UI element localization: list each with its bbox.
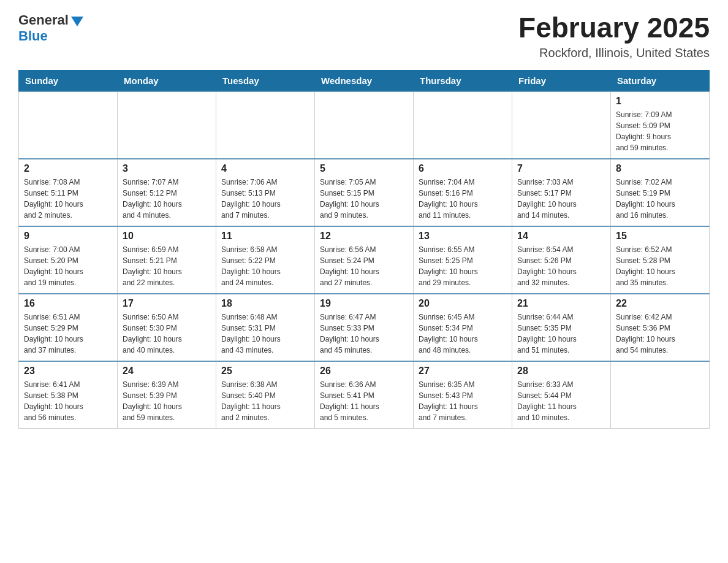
- week-row-3: 9Sunrise: 7:00 AM Sunset: 5:20 PM Daylig…: [19, 226, 710, 294]
- day-info: Sunrise: 6:48 AM Sunset: 5:31 PM Dayligh…: [221, 312, 309, 356]
- title-block: February 2025 Rockford, Illinois, United…: [518, 12, 710, 60]
- header-cell-thursday: Thursday: [414, 70, 512, 91]
- day-number: 17: [123, 298, 211, 309]
- day-info: Sunrise: 7:03 AM Sunset: 5:17 PM Dayligh…: [517, 177, 605, 221]
- day-info: Sunrise: 6:52 AM Sunset: 5:28 PM Dayligh…: [616, 244, 704, 288]
- calendar-cell: 23Sunrise: 6:41 AM Sunset: 5:38 PM Dayli…: [19, 361, 118, 429]
- day-number: 22: [616, 298, 704, 309]
- day-number: 18: [221, 298, 309, 309]
- header-row: SundayMondayTuesdayWednesdayThursdayFrid…: [19, 70, 710, 91]
- calendar-cell: 22Sunrise: 6:42 AM Sunset: 5:36 PM Dayli…: [611, 294, 710, 361]
- day-info: Sunrise: 6:58 AM Sunset: 5:22 PM Dayligh…: [221, 244, 309, 288]
- calendar-cell: 13Sunrise: 6:55 AM Sunset: 5:25 PM Dayli…: [414, 226, 512, 294]
- calendar-cell: 17Sunrise: 6:50 AM Sunset: 5:30 PM Dayli…: [118, 294, 216, 361]
- logo-general-text: General: [18, 12, 69, 28]
- day-number: 23: [24, 366, 112, 377]
- day-info: Sunrise: 6:50 AM Sunset: 5:30 PM Dayligh…: [123, 312, 211, 356]
- day-number: 28: [517, 366, 605, 377]
- day-number: 26: [320, 366, 408, 377]
- calendar-cell: 1Sunrise: 7:09 AM Sunset: 5:09 PM Daylig…: [611, 91, 710, 159]
- calendar-cell: [118, 91, 216, 159]
- day-number: 7: [517, 163, 605, 174]
- day-info: Sunrise: 6:39 AM Sunset: 5:39 PM Dayligh…: [123, 379, 211, 423]
- day-info: Sunrise: 6:56 AM Sunset: 5:24 PM Dayligh…: [320, 244, 408, 288]
- day-info: Sunrise: 6:42 AM Sunset: 5:36 PM Dayligh…: [616, 312, 704, 356]
- calendar-cell: 25Sunrise: 6:38 AM Sunset: 5:40 PM Dayli…: [216, 361, 315, 429]
- day-number: 2: [24, 163, 112, 174]
- calendar-cell: 2Sunrise: 7:08 AM Sunset: 5:11 PM Daylig…: [19, 159, 118, 226]
- day-number: 5: [320, 163, 408, 174]
- day-number: 3: [123, 163, 211, 174]
- day-number: 6: [419, 163, 507, 174]
- calendar-cell: 26Sunrise: 6:36 AM Sunset: 5:41 PM Dayli…: [315, 361, 414, 429]
- week-row-1: 1Sunrise: 7:09 AM Sunset: 5:09 PM Daylig…: [19, 91, 710, 159]
- calendar-cell: 3Sunrise: 7:07 AM Sunset: 5:12 PM Daylig…: [118, 159, 216, 226]
- logo-blue-text: Blue: [18, 28, 48, 44]
- calendar-cell: 27Sunrise: 6:35 AM Sunset: 5:43 PM Dayli…: [414, 361, 512, 429]
- page-header: General Blue February 2025 Rockford, Ill…: [18, 12, 710, 60]
- logo: General Blue: [18, 12, 83, 44]
- day-info: Sunrise: 6:47 AM Sunset: 5:33 PM Dayligh…: [320, 312, 408, 356]
- calendar-cell: 7Sunrise: 7:03 AM Sunset: 5:17 PM Daylig…: [512, 159, 611, 226]
- day-number: 19: [320, 298, 408, 309]
- calendar-table: SundayMondayTuesdayWednesdayThursdayFrid…: [18, 70, 710, 429]
- day-info: Sunrise: 7:04 AM Sunset: 5:16 PM Dayligh…: [419, 177, 507, 221]
- calendar-cell: 11Sunrise: 6:58 AM Sunset: 5:22 PM Dayli…: [216, 226, 315, 294]
- calendar-cell: 15Sunrise: 6:52 AM Sunset: 5:28 PM Dayli…: [611, 226, 710, 294]
- week-row-5: 23Sunrise: 6:41 AM Sunset: 5:38 PM Dayli…: [19, 361, 710, 429]
- header-cell-saturday: Saturday: [611, 70, 710, 91]
- calendar-cell: [611, 361, 710, 429]
- day-info: Sunrise: 7:09 AM Sunset: 5:09 PM Dayligh…: [616, 109, 704, 153]
- day-info: Sunrise: 7:00 AM Sunset: 5:20 PM Dayligh…: [24, 244, 112, 288]
- week-row-4: 16Sunrise: 6:51 AM Sunset: 5:29 PM Dayli…: [19, 294, 710, 361]
- calendar-cell: 8Sunrise: 7:02 AM Sunset: 5:19 PM Daylig…: [611, 159, 710, 226]
- day-info: Sunrise: 6:38 AM Sunset: 5:40 PM Dayligh…: [221, 379, 309, 423]
- day-info: Sunrise: 6:41 AM Sunset: 5:38 PM Dayligh…: [24, 379, 112, 423]
- calendar-cell: 16Sunrise: 6:51 AM Sunset: 5:29 PM Dayli…: [19, 294, 118, 361]
- calendar-cell: 12Sunrise: 6:56 AM Sunset: 5:24 PM Dayli…: [315, 226, 414, 294]
- day-info: Sunrise: 6:59 AM Sunset: 5:21 PM Dayligh…: [123, 244, 211, 288]
- day-number: 13: [419, 231, 507, 242]
- day-number: 20: [419, 298, 507, 309]
- calendar-cell: 10Sunrise: 6:59 AM Sunset: 5:21 PM Dayli…: [118, 226, 216, 294]
- location-text: Rockford, Illinois, United States: [518, 46, 710, 60]
- header-cell-wednesday: Wednesday: [315, 70, 414, 91]
- day-info: Sunrise: 6:45 AM Sunset: 5:34 PM Dayligh…: [419, 312, 507, 356]
- week-row-2: 2Sunrise: 7:08 AM Sunset: 5:11 PM Daylig…: [19, 159, 710, 226]
- day-info: Sunrise: 7:02 AM Sunset: 5:19 PM Dayligh…: [616, 177, 704, 221]
- day-number: 16: [24, 298, 112, 309]
- day-info: Sunrise: 7:06 AM Sunset: 5:13 PM Dayligh…: [221, 177, 309, 221]
- day-number: 24: [123, 366, 211, 377]
- calendar-cell: 28Sunrise: 6:33 AM Sunset: 5:44 PM Dayli…: [512, 361, 611, 429]
- day-info: Sunrise: 7:08 AM Sunset: 5:11 PM Dayligh…: [24, 177, 112, 221]
- day-info: Sunrise: 7:07 AM Sunset: 5:12 PM Dayligh…: [123, 177, 211, 221]
- calendar-cell: [19, 91, 118, 159]
- logo-triangle-icon: [71, 17, 83, 26]
- day-number: 10: [123, 231, 211, 242]
- calendar-cell: [315, 91, 414, 159]
- calendar-cell: [414, 91, 512, 159]
- day-info: Sunrise: 7:05 AM Sunset: 5:15 PM Dayligh…: [320, 177, 408, 221]
- day-number: 25: [221, 366, 309, 377]
- header-cell-sunday: Sunday: [19, 70, 118, 91]
- header-cell-friday: Friday: [512, 70, 611, 91]
- calendar-cell: 4Sunrise: 7:06 AM Sunset: 5:13 PM Daylig…: [216, 159, 315, 226]
- day-info: Sunrise: 6:33 AM Sunset: 5:44 PM Dayligh…: [517, 379, 605, 423]
- day-info: Sunrise: 6:54 AM Sunset: 5:26 PM Dayligh…: [517, 244, 605, 288]
- calendar-cell: 24Sunrise: 6:39 AM Sunset: 5:39 PM Dayli…: [118, 361, 216, 429]
- day-number: 8: [616, 163, 704, 174]
- calendar-cell: [512, 91, 611, 159]
- day-number: 15: [616, 231, 704, 242]
- day-info: Sunrise: 6:36 AM Sunset: 5:41 PM Dayligh…: [320, 379, 408, 423]
- month-title: February 2025: [518, 12, 710, 44]
- calendar-cell: 5Sunrise: 7:05 AM Sunset: 5:15 PM Daylig…: [315, 159, 414, 226]
- calendar-cell: 19Sunrise: 6:47 AM Sunset: 5:33 PM Dayli…: [315, 294, 414, 361]
- day-info: Sunrise: 6:35 AM Sunset: 5:43 PM Dayligh…: [419, 379, 507, 423]
- calendar-cell: 9Sunrise: 7:00 AM Sunset: 5:20 PM Daylig…: [19, 226, 118, 294]
- day-info: Sunrise: 6:51 AM Sunset: 5:29 PM Dayligh…: [24, 312, 112, 356]
- calendar-cell: 20Sunrise: 6:45 AM Sunset: 5:34 PM Dayli…: [414, 294, 512, 361]
- calendar-cell: [216, 91, 315, 159]
- calendar-cell: 14Sunrise: 6:54 AM Sunset: 5:26 PM Dayli…: [512, 226, 611, 294]
- day-number: 11: [221, 231, 309, 242]
- day-number: 27: [419, 366, 507, 377]
